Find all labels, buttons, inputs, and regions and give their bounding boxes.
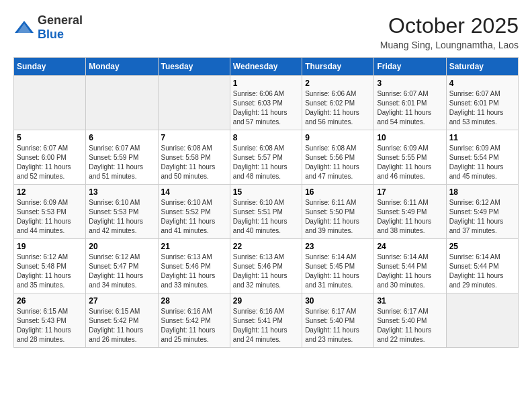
logo-general: General [38,13,83,27]
calendar-cell: 17Sunrise: 6:11 AMSunset: 5:49 PMDayligh… [374,185,446,239]
week-row-4: 19Sunrise: 6:12 AMSunset: 5:48 PMDayligh… [14,239,519,293]
day-detail: Sunrise: 6:07 AMSunset: 6:01 PMDaylight:… [449,89,515,127]
calendar-cell: 21Sunrise: 6:13 AMSunset: 5:46 PMDayligh… [158,239,230,293]
day-number: 25 [449,242,515,251]
calendar-cell: 20Sunrise: 6:12 AMSunset: 5:47 PMDayligh… [86,239,158,293]
calendar-cell: 25Sunrise: 6:14 AMSunset: 5:44 PMDayligh… [446,239,518,293]
day-detail: Sunrise: 6:16 AMSunset: 5:41 PMDaylight:… [233,307,299,345]
day-detail: Sunrise: 6:13 AMSunset: 5:46 PMDaylight:… [233,253,299,290]
day-detail: Sunrise: 6:09 AMSunset: 5:53 PMDaylight:… [17,198,83,236]
day-number: 11 [449,133,515,142]
day-number: 30 [305,296,371,306]
calendar-cell: 4Sunrise: 6:07 AMSunset: 6:01 PMDaylight… [446,76,518,130]
calendar-cell [14,76,86,130]
title-area: October 2025 Muang Sing, Loungnamtha, La… [380,13,519,50]
day-detail: Sunrise: 6:15 AMSunset: 5:43 PMDaylight:… [17,307,83,345]
day-detail: Sunrise: 6:13 AMSunset: 5:46 PMDaylight:… [161,253,227,290]
day-detail: Sunrise: 6:17 AMSunset: 5:40 PMDaylight:… [305,307,371,345]
day-number: 7 [161,133,227,142]
day-detail: Sunrise: 6:12 AMSunset: 5:48 PMDaylight:… [17,253,83,290]
weekday-header-wednesday: Wednesday [230,58,302,76]
calendar-cell: 29Sunrise: 6:16 AMSunset: 5:41 PMDayligh… [230,293,302,348]
calendar-cell: 28Sunrise: 6:16 AMSunset: 5:42 PMDayligh… [158,293,230,348]
day-detail: Sunrise: 6:07 AMSunset: 6:01 PMDaylight:… [377,89,443,127]
day-detail: Sunrise: 6:15 AMSunset: 5:42 PMDaylight:… [89,307,154,345]
calendar-table: SundayMondayTuesdayWednesdayThursdayFrid… [13,57,519,348]
calendar-cell: 16Sunrise: 6:11 AMSunset: 5:50 PMDayligh… [302,185,374,239]
calendar-cell: 31Sunrise: 6:17 AMSunset: 5:40 PMDayligh… [374,293,446,348]
day-number: 4 [449,79,515,88]
month-title: October 2025 [380,13,519,38]
day-number: 22 [233,242,299,251]
day-number: 12 [17,187,83,197]
day-detail: Sunrise: 6:12 AMSunset: 5:49 PMDaylight:… [449,198,515,236]
logo-blue: Blue [38,28,64,41]
day-detail: Sunrise: 6:08 AMSunset: 5:57 PMDaylight:… [233,144,299,181]
day-number: 28 [161,296,227,306]
week-row-3: 12Sunrise: 6:09 AMSunset: 5:53 PMDayligh… [14,185,519,239]
weekday-header-monday: Monday [86,58,158,76]
day-detail: Sunrise: 6:10 AMSunset: 5:52 PMDaylight:… [161,198,227,236]
weekday-header-thursday: Thursday [302,58,374,76]
calendar-cell: 15Sunrise: 6:10 AMSunset: 5:51 PMDayligh… [230,185,302,239]
day-number: 21 [161,242,227,251]
day-number: 1 [233,79,299,88]
day-number: 9 [305,133,371,142]
calendar-cell: 9Sunrise: 6:08 AMSunset: 5:56 PMDaylight… [302,130,374,185]
day-detail: Sunrise: 6:14 AMSunset: 5:44 PMDaylight:… [449,253,515,290]
day-detail: Sunrise: 6:07 AMSunset: 6:00 PMDaylight:… [17,144,83,181]
page-header: General Blue October 2025 Muang Sing, Lo… [13,13,519,50]
day-detail: Sunrise: 6:06 AMSunset: 6:03 PMDaylight:… [233,89,299,127]
calendar-cell: 26Sunrise: 6:15 AMSunset: 5:43 PMDayligh… [14,293,86,348]
calendar-cell: 30Sunrise: 6:17 AMSunset: 5:40 PMDayligh… [302,293,374,348]
calendar-cell: 18Sunrise: 6:12 AMSunset: 5:49 PMDayligh… [446,185,518,239]
day-detail: Sunrise: 6:07 AMSunset: 5:59 PMDaylight:… [89,144,154,181]
weekday-header-row: SundayMondayTuesdayWednesdayThursdayFrid… [14,58,519,76]
calendar-cell: 24Sunrise: 6:14 AMSunset: 5:44 PMDayligh… [374,239,446,293]
day-number: 5 [17,133,83,142]
calendar-cell: 22Sunrise: 6:13 AMSunset: 5:46 PMDayligh… [230,239,302,293]
logo-icon [13,19,35,36]
calendar-cell: 23Sunrise: 6:14 AMSunset: 5:45 PMDayligh… [302,239,374,293]
calendar-cell: 14Sunrise: 6:10 AMSunset: 5:52 PMDayligh… [158,185,230,239]
day-number: 2 [305,79,371,88]
day-detail: Sunrise: 6:17 AMSunset: 5:40 PMDaylight:… [377,307,443,345]
day-number: 19 [17,242,83,251]
day-number: 17 [377,187,443,197]
day-detail: Sunrise: 6:10 AMSunset: 5:53 PMDaylight:… [89,198,154,236]
weekday-header-sunday: Sunday [14,58,86,76]
day-detail: Sunrise: 6:06 AMSunset: 6:02 PMDaylight:… [305,89,371,127]
calendar-cell: 12Sunrise: 6:09 AMSunset: 5:53 PMDayligh… [14,185,86,239]
week-row-2: 5Sunrise: 6:07 AMSunset: 6:00 PMDaylight… [14,130,519,185]
day-number: 31 [377,296,443,306]
calendar-cell: 1Sunrise: 6:06 AMSunset: 6:03 PMDaylight… [230,76,302,130]
day-number: 3 [377,79,443,88]
day-detail: Sunrise: 6:11 AMSunset: 5:50 PMDaylight:… [305,198,371,236]
day-number: 24 [377,242,443,251]
calendar-cell [158,76,230,130]
calendar-cell: 5Sunrise: 6:07 AMSunset: 6:00 PMDaylight… [14,130,86,185]
location-subtitle: Muang Sing, Loungnamtha, Laos [380,40,519,50]
day-number: 16 [305,187,371,197]
day-number: 26 [17,296,83,306]
day-detail: Sunrise: 6:08 AMSunset: 5:58 PMDaylight:… [161,144,227,181]
weekday-header-tuesday: Tuesday [158,58,230,76]
day-detail: Sunrise: 6:08 AMSunset: 5:56 PMDaylight:… [305,144,371,181]
calendar-cell: 19Sunrise: 6:12 AMSunset: 5:48 PMDayligh… [14,239,86,293]
day-number: 14 [161,187,227,197]
weekday-header-saturday: Saturday [446,58,518,76]
calendar-cell [86,76,158,130]
day-detail: Sunrise: 6:14 AMSunset: 5:44 PMDaylight:… [377,253,443,290]
day-detail: Sunrise: 6:16 AMSunset: 5:42 PMDaylight:… [161,307,227,345]
calendar-cell: 10Sunrise: 6:09 AMSunset: 5:55 PMDayligh… [374,130,446,185]
day-detail: Sunrise: 6:09 AMSunset: 5:55 PMDaylight:… [377,144,443,181]
day-detail: Sunrise: 6:10 AMSunset: 5:51 PMDaylight:… [233,198,299,236]
day-number: 15 [233,187,299,197]
day-detail: Sunrise: 6:12 AMSunset: 5:47 PMDaylight:… [89,253,154,290]
day-number: 20 [89,242,154,251]
day-number: 27 [89,296,154,306]
day-number: 18 [449,187,515,197]
day-number: 8 [233,133,299,142]
day-number: 29 [233,296,299,306]
logo: General Blue [13,13,83,42]
